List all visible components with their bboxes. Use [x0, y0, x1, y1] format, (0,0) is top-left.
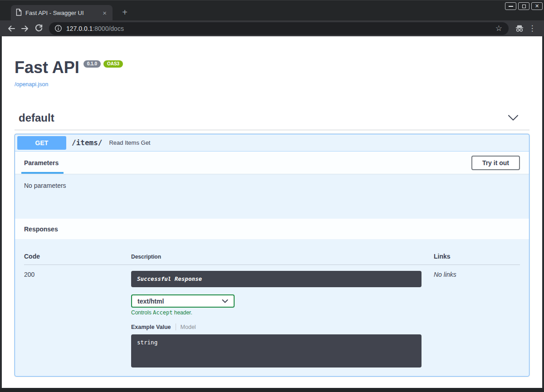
try-it-out-button[interactable]: Try it out — [471, 156, 520, 170]
hint-suffix: header. — [172, 309, 192, 316]
reload-button[interactable] — [32, 22, 45, 35]
back-arrow-icon — [7, 24, 16, 33]
window-frame-bottom — [0, 388, 544, 392]
page-favicon-icon — [16, 9, 22, 18]
site-info-icon[interactable] — [54, 24, 62, 32]
window-controls: ✕ — [505, 2, 543, 10]
openapi-spec-link[interactable]: /openapi.json — [15, 81, 48, 88]
op-summary[interactable]: GET /items/ Read Items Get — [15, 134, 529, 152]
column-header-links: Links — [434, 253, 520, 260]
no-parameters-message: No parameters — [15, 174, 529, 219]
maximize-icon — [522, 5, 526, 8]
page-content: Fast API 0.1.0 OAS3 /openapi.json defaul… — [2, 36, 542, 388]
method-get-button[interactable]: GET — [17, 136, 66, 150]
close-button[interactable]: ✕ — [531, 2, 543, 10]
parameters-tab-underline — [21, 172, 64, 174]
bookmark-star-icon[interactable]: ☆ — [495, 24, 502, 33]
forward-button[interactable] — [18, 22, 32, 35]
select-chevron-icon — [222, 299, 228, 303]
incognito-indicator[interactable] — [513, 22, 526, 35]
op-path: /items/ — [72, 138, 102, 147]
op-summary-text: Read Items Get — [109, 139, 150, 146]
browser-window: Fast API - Swagger UI × + ✕ — [0, 0, 544, 392]
tab-separator — [176, 323, 176, 330]
url-host: 127.0.0.1 — [66, 25, 93, 32]
api-title-row: Fast API 0.1.0 OAS3 — [15, 58, 529, 77]
responses-header: Responses — [15, 219, 529, 239]
tab-example-value[interactable]: Example Value — [131, 324, 171, 330]
media-type-value: text/html — [137, 298, 164, 305]
address-bar[interactable]: 127.0.0.1:8000/docs ☆ — [49, 22, 509, 35]
minimize-icon — [509, 6, 513, 7]
reload-icon — [34, 24, 43, 33]
tab-model[interactable]: Model — [181, 324, 196, 330]
parameters-header: Parameters Try it out — [15, 152, 529, 174]
minimize-button[interactable] — [505, 2, 516, 10]
browser-toolbar: 127.0.0.1:8000/docs ☆ ⋮ — [0, 20, 544, 36]
hint-prefix: Controls — [131, 309, 153, 316]
model-example-tabs: Example Value Model — [131, 323, 434, 330]
response-code: 200 — [24, 271, 131, 278]
chevron-down-icon[interactable] — [508, 115, 519, 121]
response-row-200: 200 Successful Response text/html Contro… — [24, 265, 520, 368]
browser-menu-button[interactable]: ⋮ — [526, 22, 539, 35]
back-button[interactable] — [5, 22, 18, 35]
hint-code: Accept — [153, 309, 172, 316]
url-text: 127.0.0.1:8000/docs — [66, 25, 124, 32]
page-title: Fast API — [15, 58, 79, 77]
titlebar: Fast API - Swagger UI × + ✕ — [0, 0, 544, 20]
forward-arrow-icon — [20, 24, 29, 33]
column-header-code: Code — [24, 253, 131, 260]
maximize-button[interactable] — [518, 2, 529, 10]
browser-tab[interactable]: Fast API - Swagger UI × — [11, 5, 113, 21]
tag-name: default — [19, 112, 54, 124]
title-badges: 0.1.0 OAS3 — [83, 60, 123, 68]
responses-body: Code Description Links 200 Successful Re… — [15, 239, 529, 376]
response-description-cell: Successful Response text/html Controls A… — [131, 271, 434, 368]
parameters-title: Parameters — [24, 159, 59, 167]
response-description: Successful Response — [131, 271, 421, 287]
opblock-get-items: GET /items/ Read Items Get Parameters Tr… — [15, 134, 529, 377]
column-header-description: Description — [131, 254, 434, 260]
oas-badge: OAS3 — [103, 60, 123, 68]
media-type-select[interactable]: text/html — [131, 294, 235, 308]
tag-section-default[interactable]: default — [15, 112, 529, 130]
swagger-ui: Fast API 0.1.0 OAS3 /openapi.json defaul… — [2, 58, 542, 377]
responses-table-header: Code Description Links — [24, 239, 520, 265]
accept-header-hint: Controls Accept header. — [131, 309, 434, 316]
example-value-box: string — [131, 334, 421, 368]
tab-close-icon[interactable]: × — [101, 9, 108, 17]
response-links: No links — [434, 271, 520, 278]
responses-title: Responses — [24, 225, 58, 233]
version-badge: 0.1.0 — [83, 60, 101, 68]
incognito-icon — [515, 24, 524, 32]
tab-title: Fast API - Swagger UI — [25, 10, 101, 16]
url-path: :8000/docs — [93, 25, 124, 32]
new-tab-button[interactable]: + — [119, 6, 131, 18]
